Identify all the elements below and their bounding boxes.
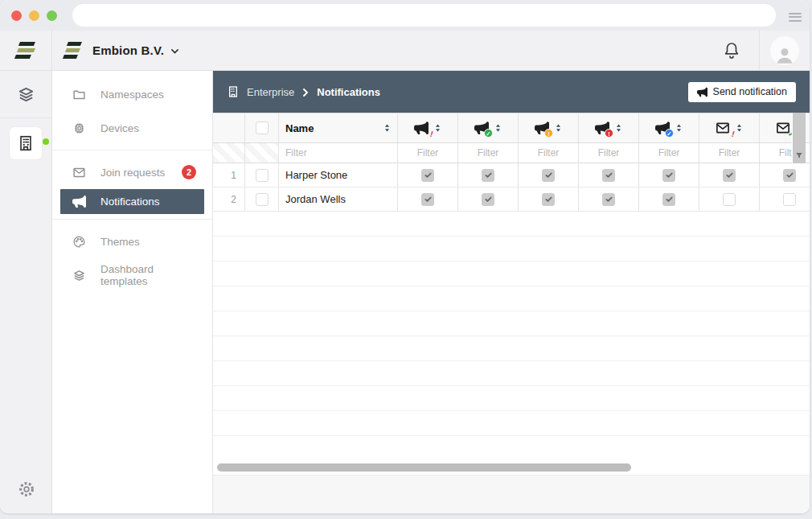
- horizontal-scrollbar-thumb[interactable]: [217, 463, 631, 472]
- sidebar-item-label: Join requests: [100, 167, 165, 179]
- chip-icon: [72, 122, 86, 135]
- filter-input[interactable]: [398, 143, 457, 163]
- icon-accent: ✓: [665, 129, 674, 138]
- header-cell-megaphone-red-alert[interactable]: !: [398, 113, 458, 142]
- sidebar-item-namespaces[interactable]: Namespaces: [52, 77, 212, 111]
- sort-icon: [383, 123, 391, 133]
- person-icon: [774, 44, 795, 65]
- header-cell-megaphone-blue-check[interactable]: ✓: [639, 113, 699, 142]
- embion-logo-icon: [64, 42, 84, 59]
- checkbox-unchecked[interactable]: [723, 193, 736, 206]
- checkbox-checked[interactable]: [602, 169, 615, 182]
- sidebar-item-label: Notifications: [100, 196, 160, 208]
- checkbox-checked[interactable]: [421, 169, 434, 182]
- select-all-checkbox[interactable]: [256, 122, 269, 134]
- sidebar-item-join-requests[interactable]: Join requests2: [52, 155, 212, 189]
- header-cell-envelope-red-alert[interactable]: !: [699, 113, 760, 142]
- checkbox-checked[interactable]: [783, 169, 796, 182]
- gear-icon: [18, 480, 35, 498]
- filter-cell-megaphone-red-alert: [398, 143, 458, 163]
- checkbox-checked[interactable]: [542, 193, 555, 206]
- sidebar-item-label: Themes: [100, 236, 140, 248]
- row-select-checkbox[interactable]: [256, 193, 269, 206]
- table-row-harper-stone: 1Harper Stone: [213, 163, 810, 187]
- sort-icon: [555, 123, 562, 133]
- sort-icon: [736, 123, 743, 133]
- row-select-checkbox[interactable]: [256, 169, 269, 182]
- sidebar-nav: NamespacesDevicesJoin requests2Notificat…: [52, 77, 212, 292]
- settings-button[interactable]: [0, 472, 52, 507]
- sidebar-item-devices[interactable]: Devices: [52, 111, 212, 145]
- url-bar[interactable]: [72, 4, 776, 27]
- sidebar-item-themes[interactable]: Themes: [52, 224, 212, 258]
- cell-megaphone-blue-check: [639, 163, 699, 187]
- name-cell: Harper Stone: [279, 163, 398, 187]
- megaphone-amber-warn-icon: !: [535, 121, 549, 135]
- name-column-label: Name: [285, 122, 314, 134]
- checkbox-checked[interactable]: [482, 193, 494, 206]
- checkbox-checked[interactable]: [421, 193, 434, 206]
- layers-icon: [17, 85, 35, 104]
- cell-megaphone-red-error: [579, 163, 639, 187]
- checkbox-checked[interactable]: [542, 169, 555, 182]
- sort-icon: [615, 123, 622, 133]
- header-rownum-cell: [213, 113, 245, 142]
- filter-input[interactable]: [458, 143, 518, 163]
- header-divider: [759, 31, 760, 70]
- header-cell-megaphone-amber-warn[interactable]: !: [519, 113, 579, 142]
- sidebar: NamespacesDevicesJoin requests2Notificat…: [52, 71, 213, 513]
- filter-rownum-cell: [213, 143, 245, 163]
- sort-icon: [494, 123, 502, 133]
- checkbox-checked[interactable]: [662, 193, 675, 206]
- megaphone-red-error-icon: !: [595, 121, 609, 135]
- send-notification-label: Send notification: [713, 86, 787, 97]
- sidebar-item-label: Namespaces: [100, 89, 164, 101]
- building-icon: [227, 85, 240, 98]
- megaphone-green-check-icon: ✓: [474, 121, 489, 135]
- notifications-grid: Name !✓!!✓!✓ 1Harper Stone2Jo: [213, 113, 810, 475]
- rail-item-dashboards[interactable]: [0, 71, 52, 117]
- filter-panel-button[interactable]: [792, 113, 806, 163]
- chevron-down-icon: [170, 48, 179, 54]
- org-switcher[interactable]: Embion B.V.: [64, 42, 179, 59]
- name-filter-input[interactable]: [279, 143, 397, 163]
- minimize-window-button[interactable]: [29, 10, 39, 21]
- cell-megaphone-red-alert: [398, 163, 458, 187]
- sidebar-item-notifications[interactable]: Notifications: [60, 189, 204, 214]
- checkbox-checked[interactable]: [602, 193, 615, 206]
- browser-menu-icon[interactable]: [789, 10, 802, 23]
- filter-input[interactable]: [519, 143, 578, 163]
- cell-envelope-red-alert: [699, 163, 760, 187]
- row-number: 1: [213, 163, 245, 187]
- rail-item-enterprise-selected[interactable]: [10, 127, 42, 159]
- sidebar-item-dashboard-templates[interactable]: Dashboard templates: [52, 258, 212, 292]
- maximize-window-button[interactable]: [47, 10, 57, 21]
- checkbox-checked[interactable]: [723, 169, 736, 182]
- org-name: Embion B.V.: [92, 43, 164, 57]
- filter-input[interactable]: [579, 143, 638, 163]
- cell-megaphone-green-check: [458, 163, 519, 187]
- table-row-jordan-wells: 2Jordan Wells: [213, 187, 810, 212]
- browser-chrome: [0, 0, 810, 31]
- sidebar-item-label: Devices: [100, 122, 139, 134]
- icon-accent: !: [605, 129, 613, 138]
- funnel-icon: [795, 151, 803, 159]
- send-notification-button[interactable]: Send notification: [688, 82, 796, 102]
- user-avatar[interactable]: [770, 36, 799, 65]
- header-name-cell[interactable]: Name: [279, 113, 398, 142]
- cell-megaphone-amber-warn: [519, 187, 579, 211]
- filter-input[interactable]: [639, 143, 699, 163]
- sidebar-badge: 2: [182, 165, 196, 179]
- main-footer: [213, 475, 810, 513]
- cell-envelope-green-check: [760, 163, 810, 187]
- breadcrumb-root[interactable]: Enterprise: [247, 86, 294, 98]
- icon-rail: [0, 71, 52, 513]
- checkbox-unchecked[interactable]: [783, 193, 796, 206]
- checkbox-checked[interactable]: [482, 169, 494, 182]
- filter-input[interactable]: [699, 143, 759, 163]
- checkbox-checked[interactable]: [662, 169, 675, 182]
- notifications-bell-icon[interactable]: [722, 41, 741, 60]
- header-cell-megaphone-red-error[interactable]: !: [579, 113, 639, 142]
- close-window-button[interactable]: [11, 10, 22, 21]
- header-cell-megaphone-green-check[interactable]: ✓: [458, 113, 519, 142]
